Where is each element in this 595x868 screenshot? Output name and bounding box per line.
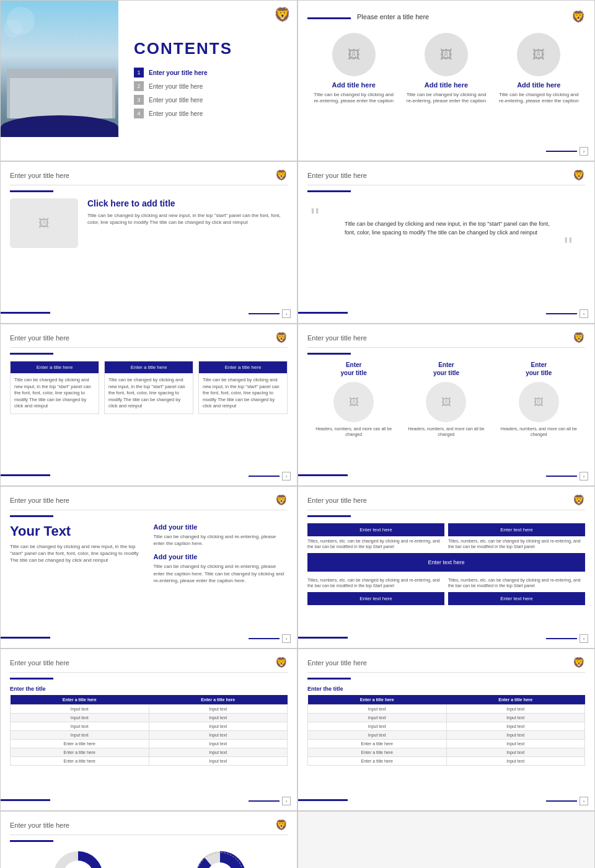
slide-2-logo: 🦁 xyxy=(571,10,585,24)
col-3-header: Enter a title here xyxy=(199,361,287,373)
slide-9a-title: Enter your title here xyxy=(10,659,69,666)
table-cell: Input text xyxy=(149,757,288,766)
footer-arrow[interactable]: › xyxy=(580,147,588,156)
table-cell: Input text xyxy=(308,722,447,731)
col-1-body: Title can be changed by clicking and new… xyxy=(11,373,99,414)
pie-chart-1: Input writing xyxy=(50,848,106,868)
slide-1-right: 🦁 CONTENTS 1 Enter your title here 2 Ent… xyxy=(118,1,297,161)
icon-item-3: 🖼 Add title here Title can be changed by… xyxy=(497,33,580,105)
slide-4-arrow[interactable]: › xyxy=(580,309,588,318)
th-9a-1: Enter a title here xyxy=(11,695,149,705)
slide-3-footer: › xyxy=(249,309,291,318)
slide-8-arrow[interactable]: › xyxy=(580,634,588,643)
icon-1-text: Title can be changed by clicking and re-… xyxy=(312,92,395,105)
contents-item-3-text: Enter your title here xyxy=(149,97,203,104)
btn-center[interactable]: Enter text here xyxy=(307,553,585,572)
table-cell: Input text xyxy=(446,757,585,766)
btn-1[interactable]: Enter text here xyxy=(307,523,444,536)
slide-3-text-area: Click here to add title Title can be cha… xyxy=(87,198,288,248)
lion-logo-1: 🦁 xyxy=(274,7,291,23)
slide-5: Enter your title here 🦁 Enter a title he… xyxy=(0,324,298,486)
icon-circle-3: 🖼 xyxy=(517,33,560,76)
table-cell: Enter a title here xyxy=(308,748,447,757)
slide-9b-arrow[interactable]: › xyxy=(580,797,588,805)
quote-open: " xyxy=(311,205,319,229)
table-cell: Input text xyxy=(446,722,585,731)
btn-cell-3: Titles, numbers, etc. can be changed by … xyxy=(307,575,444,588)
slide-8-logo: 🦁 xyxy=(573,494,585,506)
slide-5-inner: Enter your title here 🦁 Enter a title he… xyxy=(1,324,297,485)
circle-img-2: 🖼 xyxy=(426,382,466,422)
table-cell: Input text xyxy=(149,714,288,722)
add-title-2: Add your title xyxy=(154,553,288,560)
table-cell: Enter a title here xyxy=(11,748,149,757)
slide-placeholder xyxy=(298,811,595,868)
slide-8-title: Enter your title here xyxy=(307,497,367,504)
slide-2-header: Please enter a title here 🦁 xyxy=(307,10,585,27)
table-cell: Input text xyxy=(308,714,447,722)
col-3-body: Title can be changed by clicking and new… xyxy=(199,373,287,414)
icon-circle-1: 🖼 xyxy=(332,33,376,76)
circle-2-caption: Headers, numbers, and more can all be ch… xyxy=(405,426,488,437)
click-title[interactable]: Click here to add title xyxy=(87,198,288,208)
table-cell: Enter a title here xyxy=(308,740,447,748)
slide-10-inner: Enter your title here 🦁 Input writing En… xyxy=(1,812,297,868)
table-cell: Input text xyxy=(11,705,149,714)
table-cell: Input text xyxy=(308,731,447,740)
slide-4-deco xyxy=(298,312,348,314)
slide-3: Enter your title here 🦁 🖼 Click here to … xyxy=(0,161,298,324)
slide-9a-footer-line xyxy=(249,800,280,802)
btn-2[interactable]: Enter text here xyxy=(448,523,585,536)
icon-item-2: 🖼 Add title here Title can be changed by… xyxy=(405,33,488,105)
table-9b-title: Enter the title xyxy=(307,686,585,692)
slide-5-arrow[interactable]: › xyxy=(282,472,291,480)
slide-10-title: Enter your title here xyxy=(10,822,69,829)
slide-7-header: Enter your title here 🦁 xyxy=(10,494,288,510)
table-cell: Input text xyxy=(149,740,288,748)
slide-5-footer-line xyxy=(249,476,280,477)
slide-7-right: Add your title Title can be changed by c… xyxy=(154,523,288,590)
slide-4-footer-line xyxy=(546,313,577,314)
slide-10-header: Enter your title here 🦁 xyxy=(10,819,288,835)
slide-4: Enter your title here 🦁 " Title can be c… xyxy=(298,161,595,324)
slide-5-title: Enter your title here xyxy=(10,334,69,342)
table-cell: Enter a title here xyxy=(11,757,149,766)
btn-3-desc: Titles, numbers, etc. can be changed by … xyxy=(307,577,444,588)
slide-2: Please enter a title here 🦁 🖼 Add title … xyxy=(298,0,595,161)
icon-2-text: Title can be changed by clicking and re-… xyxy=(405,92,488,105)
icon-3-text: Title can be changed by clicking and re-… xyxy=(497,92,580,105)
footer-nav: › xyxy=(546,147,588,156)
circle-3-title: Enter your title xyxy=(497,361,580,377)
col-card-2: Enter a title here Title can be changed … xyxy=(104,361,193,414)
slide-8-accent xyxy=(307,515,351,517)
contents-item-1: 1 Enter your title here xyxy=(134,68,281,78)
slide-3-arrow[interactable]: › xyxy=(282,309,291,318)
slide-3-deco xyxy=(1,312,50,314)
slide-6-title: Enter your title here xyxy=(307,334,367,342)
add-text-1: Title can be changed by clicking and re-… xyxy=(154,533,288,547)
btn-4-desc: Titles, numbers, etc. can be changed by … xyxy=(448,577,585,588)
slide-4-title: Enter your title here xyxy=(307,172,367,179)
circle-1-caption: Headers, numbers, and more can all be ch… xyxy=(312,426,395,437)
btn-6[interactable]: Enter text here xyxy=(448,592,585,605)
slide-6-footer: › xyxy=(546,472,588,480)
slide-6-arrow[interactable]: › xyxy=(580,472,588,480)
slide-9a-arrow[interactable]: › xyxy=(282,797,291,805)
circle-col-2: Enter your title 🖼 Headers, numbers, and… xyxy=(405,361,488,437)
slide-7-arrow[interactable]: › xyxy=(282,634,291,643)
quote-close: " xyxy=(564,234,573,259)
your-text-body: Title can be changed by clicking and new… xyxy=(10,543,144,564)
slide-9b-logo: 🦁 xyxy=(573,657,585,668)
contents-item-4: 4 Enter your title here xyxy=(134,108,281,118)
slide-6-header: Enter your title here 🦁 xyxy=(307,332,585,348)
slide-9b-title: Enter your title here xyxy=(307,659,367,666)
btn-5[interactable]: Enter text here xyxy=(307,592,444,605)
circle-img-3: 🖼 xyxy=(519,382,559,422)
circle-col-3: Enter your title 🖼 Headers, numbers, and… xyxy=(497,361,580,437)
slide-3-accent xyxy=(10,190,53,192)
slide-3-content: 🖼 Click here to add title Title can be c… xyxy=(10,198,288,248)
three-icons-row: 🖼 Add title here Title can be changed by… xyxy=(307,33,585,105)
slide-5-logo: 🦁 xyxy=(275,332,288,343)
slide-3-footer-line xyxy=(249,313,280,314)
table-cell: Input text xyxy=(446,731,585,740)
